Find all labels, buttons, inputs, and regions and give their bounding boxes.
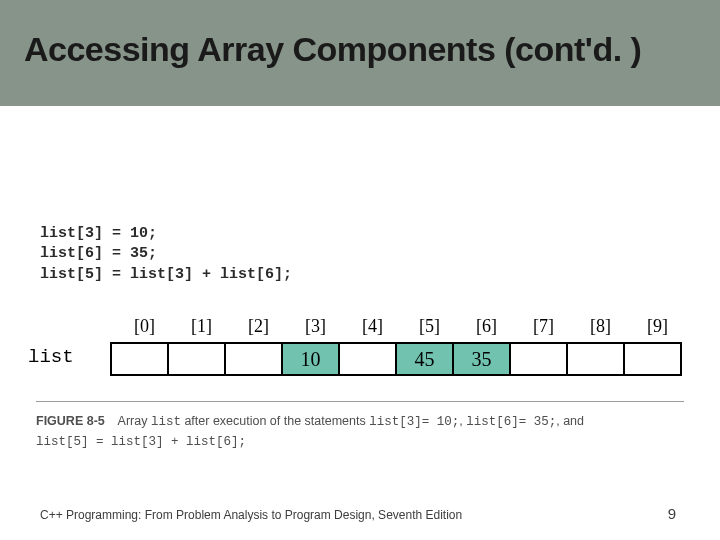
array-cell: [511, 344, 568, 374]
page-title: Accessing Array Components (cont'd. ): [24, 30, 696, 69]
array-cell: 35: [454, 344, 511, 374]
content-panel: list[3] = 10; list[6] = 35; list[5] = li…: [0, 106, 720, 540]
figure-label: FIGURE 8-5: [36, 414, 105, 428]
array-cell: [169, 344, 226, 374]
array-cell: [340, 344, 397, 374]
caption-divider: [36, 401, 684, 402]
array-cell: [226, 344, 283, 374]
footer-page-number: 9: [668, 505, 676, 522]
index-label: [3]: [287, 316, 344, 337]
array-cell: [112, 344, 169, 374]
caption-mono: list[6]= 35;: [466, 415, 556, 429]
figure-caption: FIGURE 8-5 Array list after execution of…: [36, 412, 686, 453]
array-name-label: list: [28, 346, 74, 368]
caption-text: Array: [118, 414, 151, 428]
caption-mono: list[3]= 10;: [369, 415, 459, 429]
index-label: [0]: [116, 316, 173, 337]
array-cell: 45: [397, 344, 454, 374]
caption-mono: list[5] = list[3] + list[6];: [36, 435, 246, 449]
array-cell: 10: [283, 344, 340, 374]
index-label: [1]: [173, 316, 230, 337]
index-label: [2]: [230, 316, 287, 337]
caption-mono: list: [151, 415, 181, 429]
array-cells-row: 10 45 35: [110, 342, 682, 376]
index-label: [7]: [515, 316, 572, 337]
caption-text: , and: [556, 414, 584, 428]
index-row: [0] [1] [2] [3] [4] [5] [6] [7] [8] [9]: [116, 316, 686, 337]
caption-text: after execution of the statements: [181, 414, 369, 428]
slide: Accessing Array Components (cont'd. ) li…: [0, 0, 720, 540]
index-label: [4]: [344, 316, 401, 337]
index-label: [8]: [572, 316, 629, 337]
index-label: [5]: [401, 316, 458, 337]
array-cell: [625, 344, 682, 374]
code-block: list[3] = 10; list[6] = 35; list[5] = li…: [40, 224, 292, 285]
footer-book: C++ Programming: From Problem Analysis t…: [40, 508, 462, 522]
index-label: [6]: [458, 316, 515, 337]
array-cell: [568, 344, 625, 374]
index-label: [9]: [629, 316, 686, 337]
